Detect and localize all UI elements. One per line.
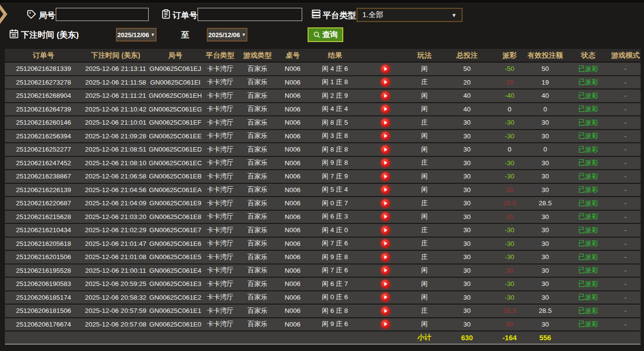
valid-bet-cell: 50 [524,63,566,75]
platform-type-select[interactable]: 1.全部 ▼ [356,8,463,22]
platform-type-label: 平台类型 [323,10,356,21]
result-cell: 闲 7 庄 6 [309,238,361,250]
date-from-picker[interactable]: 2025/12/06▼ [116,28,156,42]
order-no-input[interactable] [198,8,302,21]
play-replay-button[interactable] [381,293,390,302]
order-no-cell: 251206216238867 [5,170,82,183]
play-replay-button[interactable] [381,212,390,221]
table-no-cell: N006 [276,291,309,304]
payout-cell: 0 [495,103,524,116]
game-no-cell: GN00625C061EI [149,76,201,89]
bet-time-cell: 2025-12-06 21:11:21 [82,89,149,102]
play-replay-button[interactable] [381,91,390,100]
play-cell [361,130,410,143]
date-range-to-label: 至 [181,29,189,41]
total-bet-cell: 30 [439,116,495,129]
play-replay-button[interactable] [381,78,390,87]
play-replay-button[interactable] [381,172,390,181]
play-replay-button[interactable] [381,105,390,113]
play-cell [361,318,410,331]
total-bet-cell: 30 [439,318,495,331]
date-to-picker[interactable]: 2025/12/06▼ [207,28,247,42]
table-no-cell: N006 [276,264,309,277]
play-replay-button[interactable] [381,320,390,329]
order-no-cell: 251206216210434 [5,224,82,237]
query-button[interactable]: 查询 [308,27,343,42]
bet-time-cell: 2025-12-06 21:08:10 [82,157,149,170]
status-cell: 已派彩 [566,291,610,304]
play-cell [361,116,410,129]
bet-time-cell: 2025-12-06 21:08:51 [82,143,149,156]
game-mode-cell: - [610,278,641,290]
payout-cell: -30 [495,170,524,183]
column-header: 游戏模式 [610,49,641,62]
table-no-cell: N006 [276,63,309,75]
game-no-cell: GN00625C061E9 [149,197,201,210]
clipboard-icon [161,9,171,19]
platform-cell: 卡卡湾厅 [201,116,239,129]
platform-cell: 卡卡湾厅 [201,63,239,75]
play-cell [361,197,410,210]
play-replay-button[interactable] [381,185,390,194]
game-mode-cell: - [610,130,641,143]
play-replay-button[interactable] [381,253,390,262]
bet-time-cell: 2025-12-06 21:09:28 [82,130,149,143]
play-replay-button[interactable] [381,226,390,235]
column-header: 订单号 [5,49,82,62]
play-cell [361,224,410,237]
result-cell: 闲 4 庄 6 [309,63,361,75]
table-row: 2512062162563942025-12-06 21:09:28GN0062… [5,130,641,144]
table-no-cell: N006 [276,318,309,331]
play-replay-button[interactable] [381,266,390,275]
valid-bet-cell: 0 [524,103,566,116]
play-replay-button[interactable] [381,199,390,208]
status-cell: 已派彩 [566,130,610,143]
play-type-cell: 庄 [410,76,439,89]
game-no-cell: GN00625C061E6 [149,238,201,250]
payout-cell: 30 [495,184,524,197]
total-bet-cell: 30 [439,305,495,317]
game-no-cell: GN00625C061EG [149,103,201,116]
valid-bet-cell: 30 [524,224,566,237]
total-bet-cell: 30 [439,238,495,250]
play-replay-button[interactable] [381,280,390,288]
table-row: 2512062162689042025-12-06 21:11:21GN0062… [5,89,641,103]
total-bet-cell: 30 [439,197,495,210]
game-no-input[interactable] [56,8,149,21]
payout-cell: -40 [495,89,524,102]
game-no-cell: GN00625C061ED [149,143,201,156]
total-bet-cell: 30 [439,130,495,143]
order-no-cell: 251206206181506 [5,305,82,317]
play-replay-button[interactable] [381,118,390,127]
play-type-cell: 闲 [410,211,439,223]
game-no-cell: GN00625C061E1 [149,305,201,317]
game-mode-cell: - [610,103,641,116]
game-mode-cell: - [610,76,641,89]
total-bet-cell: 30 [439,170,495,183]
status-cell: 已派彩 [566,103,610,116]
play-type-cell: 闲 [410,170,439,183]
platform-cell: 卡卡湾厅 [201,291,239,304]
bet-time-cell: 2025-12-06 21:04:56 [82,184,149,197]
column-header: 游戏类型 [239,49,276,62]
game-type-cell: 百家乐 [239,103,276,116]
payout-cell: 28.5 [495,197,524,210]
play-type-cell: 闲 [410,291,439,304]
platform-cell: 卡卡湾厅 [201,305,239,317]
play-type-cell: 庄 [410,157,439,170]
game-no-label: 局号 [39,10,55,21]
payout-cell: -30 [495,291,524,304]
play-replay-button[interactable] [381,307,390,315]
play-replay-button[interactable] [381,65,390,73]
game-no-cell: GN00625C061E7 [149,224,201,237]
play-replay-button[interactable] [381,158,390,167]
play-replay-button[interactable] [381,145,390,154]
play-replay-button[interactable] [381,239,390,248]
play-replay-button[interactable] [381,132,390,140]
table-row: 2512062162056182025-12-06 21:01:47GN0062… [5,238,641,251]
platform-cell: 卡卡湾厅 [201,130,239,143]
table-no-cell: N006 [276,184,309,197]
bet-records-table: 订单号下注时间 (美东)局号平台类型游戏类型桌号结果玩法总投注派彩有效投注额状态… [5,49,641,345]
payout-cell: -30 [495,224,524,237]
table-no-cell: N006 [276,170,309,183]
